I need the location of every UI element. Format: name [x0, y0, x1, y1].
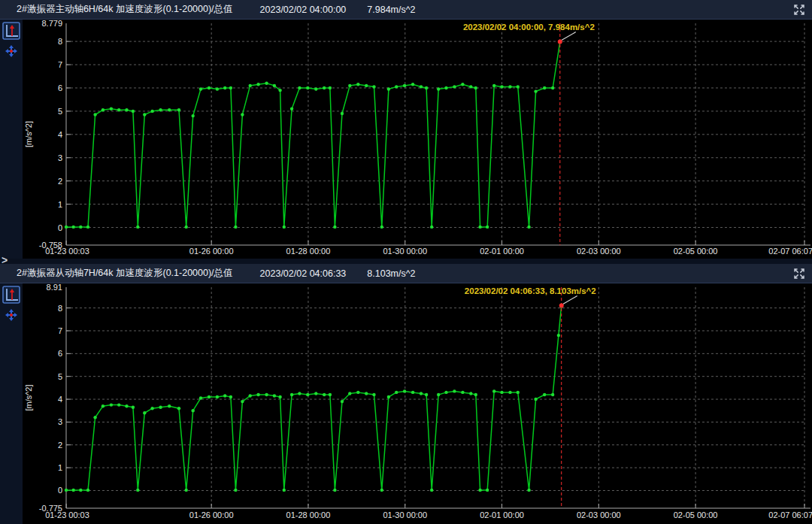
panel-splitter: > — [0, 259, 812, 264]
svg-text:01-30 00:00: 01-30 00:00 — [383, 510, 427, 519]
panel-titlebar: 2#激振器主动轴6H/64k 加速度波形(0.1-20000)/总值 2023/… — [0, 0, 812, 20]
svg-text:0: 0 — [58, 486, 62, 495]
svg-text:8: 8 — [58, 304, 62, 313]
svg-text:01-26 00:00: 01-26 00:00 — [189, 247, 234, 256]
panel-peak-value: 8.103m/s^2 — [367, 268, 415, 279]
svg-text:8.91: 8.91 — [47, 283, 62, 292]
axis-autoscale-icon[interactable] — [2, 286, 20, 304]
svg-text:3: 3 — [58, 417, 62, 426]
svg-text:6: 6 — [58, 83, 62, 92]
svg-text:02-05 00:00: 02-05 00:00 — [674, 510, 718, 519]
svg-text:[m/s^2]: [m/s^2] — [24, 384, 33, 410]
chart-toolstrip — [0, 283, 23, 524]
svg-text:02-01 00:00: 02-01 00:00 — [480, 247, 524, 256]
svg-text:01-28 00:00: 01-28 00:00 — [286, 247, 331, 256]
svg-text:6: 6 — [58, 349, 62, 358]
svg-text:4: 4 — [58, 130, 62, 139]
svg-text:02-07 06:07: 02-07 06:07 — [768, 247, 812, 256]
move-cross-icon[interactable] — [5, 45, 17, 57]
axis-autoscale-icon[interactable] — [2, 22, 20, 40]
svg-text:01-28 00:00: 01-28 00:00 — [286, 510, 331, 519]
svg-text:3: 3 — [58, 153, 62, 162]
svg-text:-0.775: -0.775 — [39, 504, 62, 513]
trend-chart-secondary[interactable]: 01234567801-23 00:0301-26 00:0001-28 00:… — [0, 283, 812, 524]
svg-text:7: 7 — [58, 60, 62, 69]
svg-text:8.779: 8.779 — [41, 20, 62, 28]
svg-text:02-03 00:00: 02-03 00:00 — [577, 510, 621, 519]
panel-peak-value: 7.984m/s^2 — [367, 5, 415, 15]
svg-text:02-03 00:00: 02-03 00:00 — [577, 247, 621, 256]
chevron-right-icon[interactable]: > — [2, 254, 8, 266]
svg-text:8: 8 — [58, 37, 62, 46]
svg-text:2023/02/02 04:00:00, 7.984m/s^: 2023/02/02 04:00:00, 7.984m/s^2 — [463, 23, 595, 32]
svg-text:2023/02/02 04:06:33, 8.103m/s^: 2023/02/02 04:06:33, 8.103m/s^2 — [465, 286, 596, 295]
trend-panel-primary: 2#激振器主动轴6H/64k 加速度波形(0.1-20000)/总值 2023/… — [0, 0, 812, 259]
monitoring-app-screen: 2#激振器主动轴6H/64k 加速度波形(0.1-20000)/总值 2023/… — [0, 0, 812, 524]
panel-titlebar: 2#激振器从动轴7H/64k 加速度波形(0.1-20000)/总值 2023/… — [0, 264, 812, 283]
svg-text:02-05 00:00: 02-05 00:00 — [674, 247, 718, 256]
svg-text:02-01 00:00: 02-01 00:00 — [480, 510, 524, 519]
svg-text:2: 2 — [58, 177, 62, 186]
svg-text:01-30 00:00: 01-30 00:00 — [383, 247, 427, 256]
svg-text:5: 5 — [58, 107, 62, 116]
svg-text:01-26 00:00: 01-26 00:00 — [189, 510, 234, 519]
trend-chart-primary[interactable]: 01234567801-23 00:0301-26 00:0001-28 00:… — [0, 20, 812, 259]
move-cross-icon[interactable] — [5, 309, 17, 321]
svg-text:02-07 06:07: 02-07 06:07 — [768, 510, 812, 519]
panel-title: 2#激振器从动轴7H/64k 加速度波形(0.1-20000)/总值 — [17, 267, 233, 280]
expand-arrows-icon[interactable] — [792, 3, 806, 17]
svg-text:-0.758: -0.758 — [39, 241, 62, 250]
svg-text:[m/s^2]: [m/s^2] — [24, 121, 33, 147]
panel-timestamp: 2023/02/02 04:06:33 — [260, 268, 347, 279]
svg-text:0: 0 — [58, 223, 62, 232]
panel-title: 2#激振器主动轴6H/64k 加速度波形(0.1-20000)/总值 — [17, 3, 233, 16]
svg-text:4: 4 — [58, 395, 62, 404]
svg-text:5: 5 — [58, 372, 62, 381]
svg-text:7: 7 — [58, 326, 62, 335]
svg-text:1: 1 — [58, 200, 62, 209]
svg-text:1: 1 — [58, 463, 62, 472]
expand-arrows-icon[interactable] — [792, 267, 806, 280]
chart-area: 01234567801-23 00:0301-26 00:0001-28 00:… — [0, 20, 812, 259]
panel-timestamp: 2023/02/02 04:00:00 — [260, 5, 347, 15]
svg-text:2: 2 — [58, 441, 62, 450]
chart-toolstrip — [0, 20, 23, 259]
trend-panel-secondary: 2#激振器从动轴7H/64k 加速度波形(0.1-20000)/总值 2023/… — [0, 264, 812, 524]
chart-area: 01234567801-23 00:0301-26 00:0001-28 00:… — [0, 283, 812, 524]
